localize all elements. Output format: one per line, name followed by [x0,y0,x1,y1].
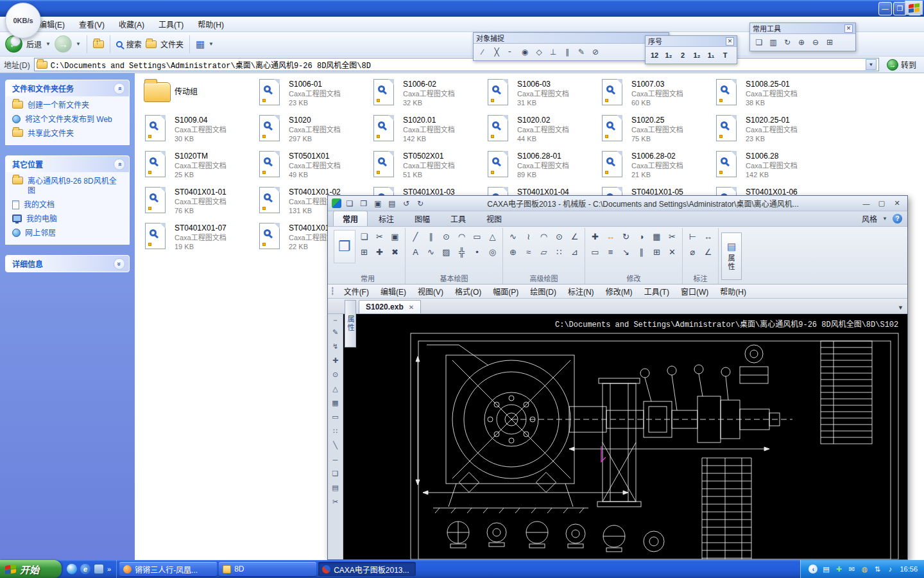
file-tile[interactable]: S1006-02 Caxa工程图文档 32 KB [370,77,484,113]
ribbon-tool-icon[interactable]: ╬ [455,245,468,259]
caxa-menu-item[interactable]: 编辑(E) [375,285,411,298]
place-my-documents[interactable]: 我的文档 [12,200,124,210]
ribbon-tool-icon[interactable]: ◑ [635,230,648,243]
printer-tray-icon[interactable]: ▤ [821,565,830,574]
ribbon-tool-icon[interactable]: ✕ [665,245,679,259]
task-button-caxa[interactable]: CAXA电子图板2013... [318,562,416,576]
ribbon-tool-icon[interactable]: ∠ [701,245,715,259]
paste-button[interactable]: ❐ [334,230,355,263]
common-tools-titlebar[interactable]: 常用工具 ✕ [750,23,855,34]
ribbon-tool-icon[interactable]: ▣ [388,230,402,243]
ribbon-tab-sheet[interactable]: 图幅 [405,211,440,226]
browser-quick-icon[interactable] [67,564,77,574]
tasks-panel-header[interactable]: 文件和文件夹任务 » [6,80,129,96]
snap-mode-icon[interactable]: ⊥ [547,46,560,58]
open-file-icon[interactable]: ❒ [358,198,370,209]
minimize-button[interactable]: — [878,2,892,15]
ribbon-tool-icon[interactable]: ≡ [604,245,617,259]
ribbon-tool-icon[interactable]: ⊙ [440,230,453,243]
message-tray-icon[interactable]: ✉ [847,565,856,574]
file-tile[interactable]: ST0502X01 Caxa工程图文档 51 KB [370,149,484,185]
ribbon-tool-icon[interactable]: A [409,245,422,259]
balloon-style-icon[interactable]: 1₂ [690,49,703,62]
caxa-menu-item[interactable]: 标注(N) [563,285,599,298]
help-icon[interactable]: ? [893,214,902,223]
quick-launch-overflow-icon[interactable]: » [107,565,111,573]
file-tile[interactable]: S1020 Caxa工程图文档 297 KB [255,113,370,149]
ribbon-tool-icon[interactable]: ∠ [568,230,581,243]
ribbon-tool-icon[interactable]: ╱ [409,230,422,243]
caxa-menu-item[interactable]: 工具(T) [639,285,674,298]
ribbon-tool-icon[interactable]: ⊿ [568,245,581,259]
ribbon-tool-icon[interactable]: ▭ [470,230,484,243]
task-button-phoenix[interactable]: 锵锵三人行-凤凰... [119,562,217,576]
balloon-style-icon[interactable]: 12 [648,49,661,62]
ribbon-tool-icon[interactable]: ⊞ [357,245,371,259]
network-tray-icon[interactable]: ⇅ [873,565,882,574]
net-speed-bubble[interactable]: 0KB/s [5,3,41,39]
ribbon-tool-icon[interactable]: ↔ [701,230,715,243]
menu-item[interactable]: 工具(T) [153,17,189,31]
draw-tool-icon[interactable]: ▦ [330,398,341,408]
search-button[interactable]: 搜索 [126,39,142,49]
draw-tool-icon[interactable]: ❏ [330,468,341,479]
task-share-folder[interactable]: 共享此文件夹 [12,129,124,139]
common-tool-icon[interactable]: ▥ [767,36,780,49]
file-tile[interactable]: S1020.01 Caxa工程图文档 142 KB [370,113,484,149]
places-panel-header[interactable]: 其它位置 » [6,156,129,172]
ribbon-tab-annotate[interactable]: 标注 [369,211,404,226]
caxa-titlebar[interactable]: ❏ ❒ ▣ ▤ ↺ ↻ CAXA电子图板2013 - 机械版 - C:\Docu… [328,196,907,211]
forward-button[interactable]: → [55,35,72,53]
balloon-style-icon[interactable]: 1₂ [662,49,675,62]
common-tool-icon[interactable]: ❏ [753,36,766,49]
ribbon-tool-icon[interactable]: ↻ [619,230,633,243]
ribbon-tool-icon[interactable]: ≀ [522,230,535,243]
caxa-menu-item[interactable]: 文件(F) [339,285,374,298]
ribbon-tool-icon[interactable]: ⊕ [506,245,520,259]
views-icon[interactable]: ▦ [196,39,205,50]
file-tile[interactable]: ST0501X01 Caxa工程图文档 49 KB [255,149,370,185]
ribbon-tool-icon[interactable]: ▭ [588,245,602,259]
file-tile[interactable]: S1020.25-01 Caxa工程图文档 23 KB [712,113,826,149]
ribbon-tool-icon[interactable]: ≈ [522,245,535,259]
draw-tool-icon[interactable]: ─ [330,454,341,465]
ribbon-tab-view[interactable]: 视图 [477,211,511,226]
document-tab[interactable]: S1020.exb ✕ [359,300,421,313]
redo-icon[interactable]: ↻ [415,198,426,209]
caxa-menu-item[interactable]: 绘图(D) [525,285,561,298]
place-my-computer[interactable]: 我的电脑 [12,215,124,224]
close-icon[interactable]: ✕ [726,37,734,46]
ribbon-tool-icon[interactable]: ▨ [440,245,453,259]
snap-mode-icon[interactable]: ∥ [561,46,574,58]
ribbon-tool-icon[interactable]: ✖ [388,245,402,259]
ribbon-tool-icon[interactable]: ✚ [373,245,386,259]
ribbon-tool-icon[interactable]: ◎ [486,245,499,259]
file-tile[interactable]: S1020.25 Caxa工程图文档 75 KB [598,113,712,149]
task-publish-web[interactable]: 将这个文件夹发布到 Web [12,115,124,125]
start-button[interactable]: 开始 [0,560,62,578]
ribbon-tab-tools[interactable]: 工具 [441,211,475,226]
task-button-8d-folder[interactable]: 8D [219,562,316,576]
ribbon-tool-icon[interactable]: △ [486,230,499,243]
menu-item[interactable]: 收藏(A) [113,17,150,31]
balloon-style-icon[interactable]: T [719,49,732,62]
file-tile[interactable]: S1008.25-01 Caxa工程图文档 38 KB [712,77,826,113]
clock[interactable]: 16:56 [900,565,918,573]
caxa-menu-item[interactable]: 格式(O) [450,285,486,298]
document-close-icon[interactable]: ✕ [409,304,414,311]
menu-item[interactable]: 帮助(H) [192,17,230,31]
ribbon-tool-icon[interactable]: ⊙ [552,230,566,243]
collapse-chevron-icon[interactable]: » [114,159,125,170]
file-tile[interactable]: S1006-01 Caxa工程图文档 23 KB [255,77,370,113]
style-dropdown-icon[interactable]: ▼ [882,216,887,222]
file-tile[interactable]: ST0401X01-01 Caxa工程图文档 76 KB [141,185,255,221]
ribbon-tool-icon[interactable]: ◠ [455,230,468,243]
caxa-menu-item[interactable]: 幅面(P) [488,285,524,298]
caxa-menu-item[interactable]: 窗口(W) [676,285,714,298]
ribbon-tool-icon[interactable]: ∷ [552,245,566,259]
place-parent-folder[interactable]: 离心通风机9-26 8D风机全图 [12,177,124,196]
place-network[interactable]: 网上邻居 [12,229,124,238]
caxa-maximize-button[interactable]: ▢ [875,198,888,209]
close-icon[interactable]: ✕ [844,24,853,33]
properties-button[interactable]: ▤ 属性 [721,232,742,280]
